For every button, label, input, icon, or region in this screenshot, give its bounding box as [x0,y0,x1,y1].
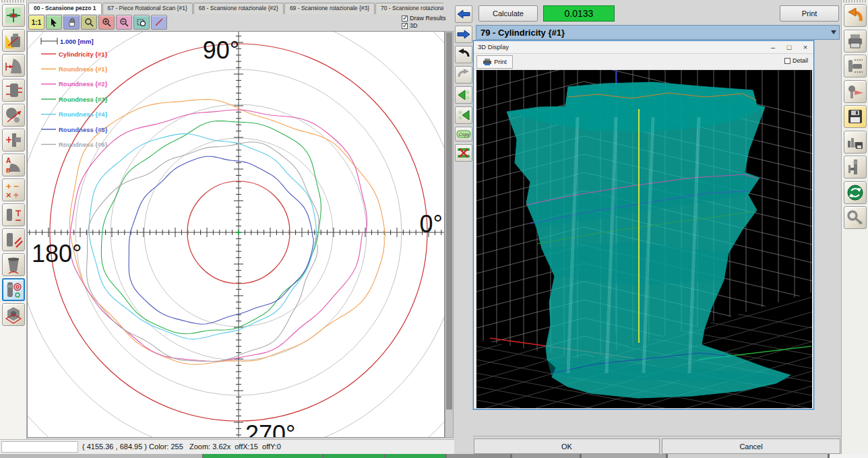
taskbar-segment[interactable] [582,454,666,458]
dialog-titlebar[interactable]: 3D Display – □ × [474,41,813,54]
checkbox-icon [402,23,408,29]
cylinder-measure-icon[interactable] [2,79,25,102]
redo-icon [457,68,470,81]
delete-results-button[interactable] [455,144,472,162]
previous-result-icon [457,109,470,121]
scan-tabs: 00 - Scansione pezzo 1 67 - Piece Rotati… [28,3,443,14]
copy-button[interactable]: Copy [455,127,472,141]
hex-nut-icon[interactable] [2,303,25,326]
svg-text:Roundness {#1}: Roundness {#1} [59,65,108,73]
draw-results-checkbox[interactable]: Draw Results [402,15,446,22]
svg-text:Roundness {#4}: Roundness {#4} [59,110,108,118]
tab-rotational-scan-2[interactable]: 68 - Scansione rotazionale {#2} [193,3,284,14]
detail-label: Detail [793,57,808,64]
angle-measure-icon[interactable]: AB [2,154,25,176]
scrollbar-thumb[interactable] [446,32,452,410]
ok-button[interactable]: OK [474,438,660,454]
pan-hand-button[interactable] [63,15,80,30]
calculate-button[interactable]: Calculate [478,5,538,22]
draw-line-button[interactable] [151,15,167,30]
dimension-report-icon[interactable] [844,55,867,77]
perpendicularity-icon[interactable] [2,203,25,226]
dialog-toolbar: Print Detail [474,54,813,70]
cross-section-icon[interactable] [2,129,25,152]
back-blue-arrow-icon [457,9,470,20]
tab-scansione-pezzo[interactable]: 00 - Scansione pezzo 1 [28,3,102,14]
taskbar-segment[interactable] [0,454,202,458]
polar-plot-canvas[interactable]: 90°0°180°270°1.000 [mm]Cylindricity {#1}… [27,31,445,438]
svg-text:1.000 [mm]: 1.000 [mm] [60,38,94,45]
part-alignment-icon[interactable] [2,4,25,27]
probe-alignment-icon[interactable] [844,80,867,103]
distance-measure-icon[interactable] [2,54,25,77]
piece-scan-icon[interactable] [2,29,25,52]
taskbar-strip[interactable] [0,454,868,458]
show-3d-checkbox[interactable]: 3D [402,22,418,29]
lens-icon [84,18,94,27]
taskbar-segment[interactable] [668,454,828,458]
redo-button[interactable] [455,66,472,84]
save-report-icon[interactable] [844,131,867,154]
3d-scene [476,70,812,408]
save-icon[interactable] [844,105,867,128]
print-icon[interactable] [844,30,867,53]
previous-feature-button[interactable] [455,86,472,104]
minimize-button[interactable]: – [765,41,781,54]
cancel-button[interactable]: Cancel [662,438,840,454]
undo-action-icon[interactable] [844,4,867,27]
taskbar-segment[interactable] [830,454,868,458]
runout-icon[interactable] [2,228,25,251]
close-button[interactable]: × [797,41,813,54]
status-text: ( 4155.36 , 684.95 ) Color: 255 Zoom: 3.… [82,443,281,451]
zoom-region-icon [137,18,146,27]
zoom-in-icon [102,18,111,27]
roundness-scan-icon[interactable] [2,278,25,301]
access-key-icon[interactable] [844,206,867,229]
taskbar-segment[interactable] [204,454,322,458]
result-selector-dropdown[interactable]: 79 - Cylindricity {#1} [476,25,840,40]
line-icon [154,18,164,27]
checkbox-icon [402,15,408,22]
svg-text:Roundness {#3}: Roundness {#3} [59,96,108,103]
svg-text:Roundness {#6}: Roundness {#6} [59,141,108,148]
plot-vertical-scrollbar[interactable] [445,31,454,438]
svg-text:0°: 0° [420,210,443,238]
dialog-title: 3D Display [478,43,509,51]
zoom-region-button[interactable] [133,15,150,30]
math-operations-icon[interactable]: + −× ÷ [2,178,25,201]
zoom-in-button[interactable] [98,15,115,30]
toolbar-grip[interactable] [843,0,867,3]
zoom-lens-button[interactable] [81,15,97,30]
svg-text:270°: 270° [245,420,295,437]
3d-viewport[interactable] [476,70,812,408]
result-panel: Calculate 0.0133 Print 79 - Cylindricity… [473,0,841,454]
tab-rotational-scan-3[interactable]: 69 - Scansione rotazionale {#3} [284,3,375,14]
taskbar-segment[interactable] [324,454,384,458]
status-bar: ( 4155.36 , 684.95 ) Color: 255 Zoom: 3.… [0,439,454,454]
bore-measure-icon[interactable] [2,253,25,276]
detail-checkbox[interactable]: Detail [784,57,808,64]
sphere-measure-icon[interactable] [2,104,25,127]
zoom-out-button[interactable] [116,15,132,30]
previous-result-button[interactable] [455,106,472,124]
fixture-icon[interactable] [844,156,867,178]
taskbar-segment[interactable] [512,454,580,458]
taskbar-segment[interactable] [447,454,510,458]
tab-rotational-scan-1[interactable]: 67 - Piece Rotational Scan {#1} [102,3,193,14]
print-button[interactable]: Print [780,5,839,22]
undo-icon [457,48,470,61]
maximize-button[interactable]: □ [781,41,797,54]
undo-button[interactable] [455,46,472,63]
select-cursor-button[interactable] [46,15,62,30]
copy-icon: Copy [456,129,471,139]
middle-toolbar: Copy [454,0,473,454]
back-blue-arrow-button[interactable] [455,5,472,23]
zoom-1-1-button[interactable]: 1:1 [28,15,44,30]
forward-blue-arrow-button[interactable] [455,26,472,43]
auto-cycle-icon[interactable] [844,181,867,204]
tab-rotational-scan-4[interactable]: 70 - Scansione rotazionale {#4} [375,3,443,14]
taskbar-segment[interactable] [386,454,445,458]
dialog-print-button[interactable]: Print [476,55,513,69]
dialog-print-label: Print [494,59,507,65]
toolbar-grip[interactable] [1,0,26,3]
